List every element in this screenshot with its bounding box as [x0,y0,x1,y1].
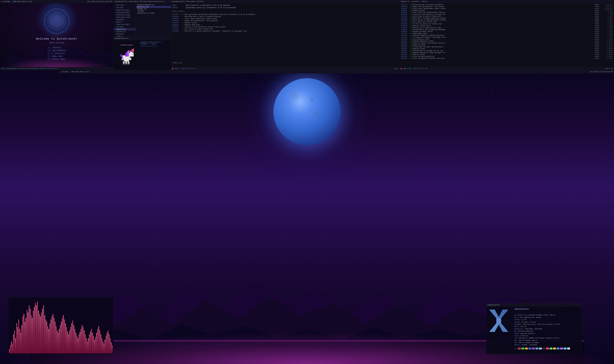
fm-item-tomorrow[interactable]: tomorrow-night [113,23,136,26]
color-block [539,348,542,350]
bottom-cpu: 50% [75,71,78,73]
color-block [525,348,528,350]
svg-rect-9 [129,58,131,60]
svg-rect-23 [123,64,125,65]
qute-link-closetab[interactable]: [x] [Close tab] [47,58,66,60]
viz-bar [26,318,26,353]
fm-item-aldhope[interactable]: ▸ald-hope [113,4,136,6]
fm-file-readme[interactable]: README.org [136,8,171,10]
neofetch-line: Icons: alacritty [514,335,581,337]
git-commits-list: dee0888 ● main gitea/main gitlab/main gi… [172,13,398,61]
fm-item-adhope[interactable]: ▸ad-hope [113,6,136,9]
color-block [518,348,521,350]
pokemon-name: rapidash-galar [120,44,133,46]
fm-file-backgrounds[interactable]: backgrounds256.txt [136,4,171,6]
viz-bar [28,312,28,353]
git-bottom-label: Magit [394,68,399,69]
viz-bar [94,340,95,353]
fm-item-uwwunicorn[interactable]: uwwunicorn [113,28,136,30]
viz-bar [42,309,43,353]
table-row: a9586d0●Fixes flake not building when fl… [401,12,613,13]
fm-file-polarity[interactable]: polarity.txt [136,6,171,8]
fm-item-sel-dark1[interactable]: selenized-dark [113,9,136,11]
git-header: Head: main Fixed all screenshots to be o… [172,4,398,9]
viz-bar [73,325,74,353]
viz-bar [53,314,53,353]
table-row: c86d010●Cleaned up magit configEmmet1 we… [401,31,613,33]
svg-rect-20 [133,54,133,55]
git-todos: TODOs (14)_ [172,62,398,64]
viz-bar [50,323,50,353]
viz-bar [83,327,84,353]
git-indicator [172,68,173,69]
viz-bar [85,334,86,353]
fm-item-win95[interactable]: windows-95 [113,30,136,33]
viz-bar [54,318,55,353]
qute-main-content: Welcome to Qutebrowser Tech Profile [o] … [0,3,113,65]
neofetch-info: emmet@snowflare ---------- OS: NixOS 23.… [514,308,581,353]
svg-marker-34 [498,310,508,318]
table-row: fa9d64c●Transitioned to flatpak obs for … [401,50,613,52]
git-bottom-bar: magit: .dotfiles 32:0 All Magit [171,67,400,70]
viz-bar [68,334,69,353]
svg-rect-18 [125,53,127,56]
viz-bar [82,325,83,353]
git-content: Head: main Fixed all screenshots to be o… [171,3,400,67]
viz-bar [70,327,71,353]
color-block [543,348,545,350]
viz-bar [9,349,10,353]
fm-file-license[interactable]: LICENSE [136,10,171,12]
table-row: d4feed8●3d printing is coolEmmet1 week [401,38,613,40]
neofetch-logo-area [488,308,513,353]
table-row: b8040d0●Updated pyrlandEmmet2 weeks [401,44,613,46]
viz-bar [44,315,45,353]
fm-item-spacedust[interactable]: spacedust [113,19,136,21]
neofetch-line: Theme: adw-gtk3 [GTK2/3] [514,333,581,335]
magit-title: Commits in --branches --remotes [401,1,427,2]
neofetch-line: Kernel: 6.1.59 [514,319,581,321]
viz-bar [13,334,14,353]
bottom-wallpaper: emmet@snowflare [0,70,614,364]
color-block [553,348,556,350]
neofetch-terminal: emmet@snowflare [486,303,582,354]
bottom-battery: 100% [71,71,75,73]
neofetch-line: CPU: AMD Ryzen 9 5900HX with Radeon Grap… [514,337,581,339]
fm-item-sel-dark2[interactable]: selenized-dark [113,11,136,14]
viz-bar [21,325,22,353]
viz-bar [61,322,62,353]
qute-link-history[interactable]: [S-h] [History] [47,52,66,55]
neofetch-line: GPU: AMD ATI Radeon Vega 8 [514,339,581,342]
magit-bottom-mode: magit-log: .dotfiles 1:0 Top [403,68,427,69]
bottom-statusbar: ▶ Youtube | 100% 50% 104% 1% 11% Sat 202… [59,70,614,73]
viz-bar [27,310,28,353]
viz-bar [57,330,57,353]
viz-bar [102,341,103,353]
table-row: 5a79340●Testing if auto-cpufreq is syste… [401,13,613,15]
viz-bar [90,332,91,353]
viz-bar [47,326,48,354]
qute-link-search[interactable]: [o] [Search] [47,47,66,49]
music-visualizer [8,297,113,354]
magit-log-window: Commits in --branches --remotes 4fd1cc8●… [400,0,614,70]
qute-link-newtab[interactable]: [t] [New tab] [47,55,66,57]
viz-bar [87,341,88,353]
mem-indicator: 104% [21,1,25,2]
bottom-moon [273,78,341,145]
table-row: e1c7259●I finally got agenda + syncthing… [401,36,613,38]
viz-bar [43,305,44,353]
fm-item-sel-light1[interactable]: selenized-light [113,14,136,16]
fm-item-woodland[interactable]: woodland [113,33,136,35]
bottom-time-label: 11% [86,71,89,73]
fm-item-sel-light2[interactable]: selenized-light [113,16,136,19]
fm-item-ubuntu[interactable]: ubuntu [113,21,136,23]
fm-item-twilight[interactable]: twilight [113,26,136,28]
table-row: 5073e65 ○ Testing if auto-cpufreq is sys… [172,26,398,28]
viz-bar [75,333,76,353]
qute-link-quickmarks[interactable]: [b] [Quickmarks] [47,50,66,52]
svg-marker-37 [496,318,501,323]
viz-bar [45,319,46,353]
magit-log-content: 4fd1cc8●Switching back to gh/main github… [400,3,614,67]
viz-bar [107,333,108,353]
viz-bar [108,330,109,353]
fm-file-yaml[interactable]: uwwunicorn-yt.yaml [136,12,171,14]
